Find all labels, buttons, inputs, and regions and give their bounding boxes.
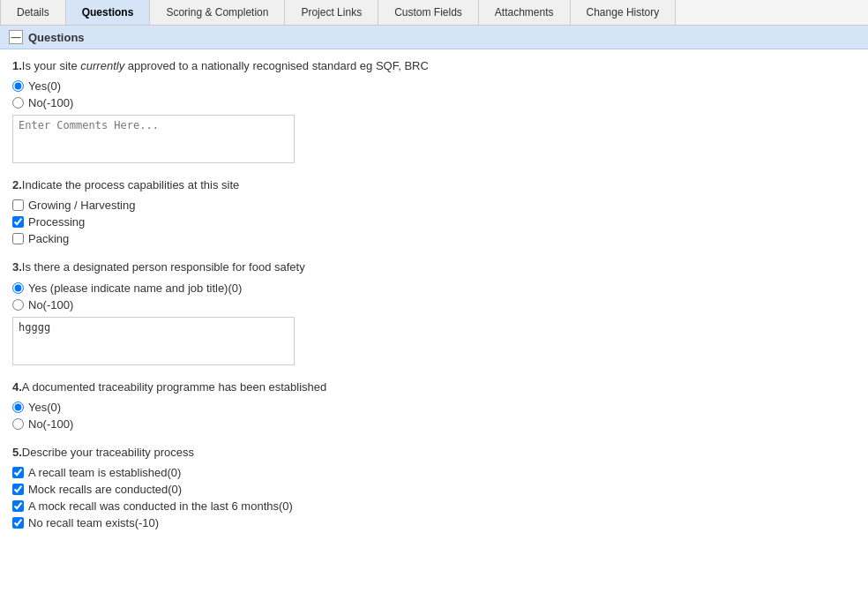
option-label-q5-2: A mock recall was conducted in the last … — [28, 499, 293, 513]
option-q5-2[interactable]: A mock recall was conducted in the last … — [12, 499, 856, 513]
tab-scoring-and-completion[interactable]: Scoring & Completion — [150, 0, 285, 25]
option-label-q4-0: Yes(0) — [28, 401, 61, 414]
question-label-q2: 2.Indicate the process capabilities at t… — [12, 177, 856, 193]
questions-content: 1.Is your site currently approved to a n… — [0, 49, 868, 552]
input-q5-1[interactable] — [12, 484, 24, 495]
option-q2-0[interactable]: Growing / Harvesting — [12, 199, 856, 212]
question-label-q1: 1.Is your site currently approved to a n… — [12, 58, 856, 74]
option-q2-1[interactable]: Processing — [12, 215, 856, 229]
question-label-q5: 5.Describe your traceability process — [12, 445, 856, 461]
option-label-q2-1: Processing — [28, 215, 85, 229]
option-q5-0[interactable]: A recall team is established(0) — [12, 466, 856, 479]
input-q3-1[interactable] — [12, 299, 24, 311]
comment-box-q1[interactable] — [12, 115, 295, 163]
option-label-q1-1: No(-100) — [28, 96, 73, 109]
input-q3-0[interactable] — [12, 282, 24, 294]
option-label-q5-3: No recall team exists(-10) — [28, 516, 159, 529]
option-label-q4-1: No(-100) — [28, 417, 73, 431]
question-label-q3: 3.Is there a designated person responsib… — [12, 259, 856, 275]
tab-attachments[interactable]: Attachments — [479, 0, 571, 25]
question-block-q1: 1.Is your site currently approved to a n… — [12, 58, 856, 163]
comment-box-q3[interactable] — [12, 317, 295, 365]
input-q5-0[interactable] — [12, 467, 24, 478]
option-label-q2-2: Packing — [28, 232, 69, 245]
section-title: Questions — [28, 31, 85, 44]
question-label-q4: 4.A documented traceability programme ha… — [12, 379, 856, 395]
question-block-q2: 2.Indicate the process capabilities at t… — [12, 177, 856, 245]
tab-custom-fields[interactable]: Custom Fields — [378, 0, 479, 25]
input-q5-3[interactable] — [12, 517, 24, 529]
input-q2-0[interactable] — [12, 199, 24, 211]
option-label-q5-1: Mock recalls are conducted(0) — [28, 483, 182, 496]
question-block-q3: 3.Is there a designated person responsib… — [12, 259, 856, 364]
input-q5-2[interactable] — [12, 500, 24, 512]
input-q1-0[interactable] — [12, 80, 24, 92]
input-q4-1[interactable] — [12, 418, 24, 430]
collapse-button[interactable]: — — [9, 30, 23, 44]
tab-questions[interactable]: Questions — [66, 0, 151, 25]
option-q5-1[interactable]: Mock recalls are conducted(0) — [12, 483, 856, 496]
option-q2-2[interactable]: Packing — [12, 232, 856, 245]
input-q2-1[interactable] — [12, 216, 24, 228]
question-block-q4: 4.A documented traceability programme ha… — [12, 379, 856, 431]
tab-details[interactable]: Details — [0, 0, 66, 25]
tab-project-links[interactable]: Project Links — [285, 0, 378, 25]
option-q4-0[interactable]: Yes(0) — [12, 401, 856, 414]
question-block-q5: 5.Describe your traceability processA re… — [12, 445, 856, 529]
option-label-q3-1: No(-100) — [28, 298, 73, 312]
option-q4-1[interactable]: No(-100) — [12, 417, 856, 431]
option-q5-3[interactable]: No recall team exists(-10) — [12, 516, 856, 529]
option-q3-0[interactable]: Yes (please indicate name and job title)… — [12, 281, 856, 295]
option-q1-1[interactable]: No(-100) — [12, 96, 856, 109]
tab-bar: DetailsQuestionsScoring & CompletionProj… — [0, 0, 868, 26]
input-q4-0[interactable] — [12, 402, 24, 413]
input-q1-1[interactable] — [12, 97, 24, 109]
section-header: — Questions — [0, 26, 868, 49]
option-label-q2-0: Growing / Harvesting — [28, 199, 135, 212]
option-label-q5-0: A recall team is established(0) — [28, 466, 181, 479]
option-label-q1-0: Yes(0) — [28, 79, 61, 93]
option-label-q3-0: Yes (please indicate name and job title)… — [28, 281, 242, 295]
option-q1-0[interactable]: Yes(0) — [12, 79, 856, 93]
input-q2-2[interactable] — [12, 233, 24, 244]
tab-change-history[interactable]: Change History — [571, 0, 677, 25]
option-q3-1[interactable]: No(-100) — [12, 298, 856, 312]
